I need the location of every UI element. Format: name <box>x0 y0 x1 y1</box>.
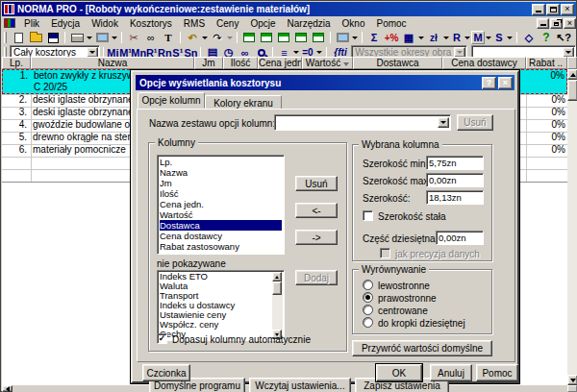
robocizna-button[interactable]: R <box>450 31 464 44</box>
link-prices-button[interactable]: ∞ <box>142 31 160 44</box>
menu-rms[interactable]: RMS <box>178 17 211 30</box>
view-kosztorys-button[interactable] <box>240 31 258 44</box>
save-button[interactable] <box>44 31 62 44</box>
materialy-dropdown[interactable] <box>485 31 492 44</box>
ok-button[interactable]: OK <box>376 364 422 381</box>
align-center-radio[interactable] <box>363 305 373 315</box>
move-right-button[interactable]: -> <box>295 230 338 245</box>
print-button[interactable] <box>68 31 86 44</box>
screen-view-dropdown[interactable] <box>351 31 359 44</box>
column-header-cena-dostawcy[interactable]: Cena dostawcy <box>442 57 526 69</box>
mdi-minimize-button[interactable] <box>537 18 549 29</box>
percent-button[interactable]: +% <box>383 31 400 44</box>
column-header-ilosc[interactable]: Ilość <box>223 57 258 69</box>
redo-dropdown[interactable] <box>226 31 234 44</box>
align-right-radio[interactable] <box>363 292 373 303</box>
app-icon[interactable] <box>4 4 14 14</box>
add-column-button[interactable]: Dodaj <box>295 270 338 285</box>
menu-okno[interactable]: Okno <box>337 17 371 30</box>
scrollbar-thumb[interactable] <box>272 282 282 295</box>
view-zestawienie-s-button[interactable] <box>310 31 327 44</box>
new-document-button[interactable] <box>10 31 27 44</box>
list-item[interactable]: Cena dostawcy <box>160 231 284 241</box>
help-button[interactable]: ? <box>538 31 555 44</box>
width-field[interactable] <box>426 190 484 205</box>
minimize-button[interactable] <box>532 4 545 15</box>
menu-plik[interactable]: Plik <box>18 17 45 30</box>
cut-button[interactable]: ✂ <box>125 31 142 44</box>
format-text-button[interactable]: T <box>160 31 177 44</box>
list-item[interactable]: Cena jedn. <box>160 199 284 209</box>
list-item-selected[interactable]: Dostawca <box>160 220 282 231</box>
robocizna-dropdown[interactable] <box>464 31 471 44</box>
list-item[interactable]: Ilość <box>160 188 284 199</box>
currency-button[interactable]: zł <box>425 31 442 44</box>
currency-dropdown[interactable] <box>442 31 450 44</box>
dialog-help-footer-button[interactable]: Pomoc <box>476 364 518 381</box>
print-dropdown[interactable] <box>86 31 93 44</box>
scrollbar-thumb[interactable] <box>567 80 577 101</box>
menu-narzedzia[interactable]: Narzędzia <box>282 17 337 30</box>
sprzet-dropdown[interactable] <box>506 31 514 44</box>
undo-dropdown[interactable] <box>201 31 209 44</box>
menu-edycja[interactable]: Edycja <box>45 17 86 30</box>
open-button[interactable] <box>27 31 44 44</box>
view-zestawienie-r-button[interactable] <box>275 31 292 44</box>
remove-set-button[interactable]: Usuń <box>457 114 493 131</box>
column-header-cena-jedn[interactable]: Cena jedn. <box>258 57 302 69</box>
list-scrollbar[interactable] <box>272 272 283 339</box>
table-grid-dropdown[interactable] <box>417 31 425 44</box>
close-button[interactable]: × <box>561 4 574 15</box>
decimal-field[interactable] <box>436 231 484 245</box>
min-width-field[interactable] <box>426 156 484 170</box>
dialog-help-button[interactable]: ? <box>482 77 496 89</box>
sprzet-button[interactable]: S <box>492 31 506 44</box>
move-left-button[interactable]: <- <box>295 203 338 218</box>
table-grid-button[interactable]: ▦ <box>400 31 417 44</box>
fixed-width-checkbox[interactable] <box>363 210 373 221</box>
redo-button[interactable]: ↷ <box>209 31 226 44</box>
scroll-down-button[interactable] <box>567 375 577 385</box>
context-help-button[interactable]: ↖? <box>555 31 572 44</box>
screen-view-button[interactable] <box>334 31 351 44</box>
list-item[interactable]: Wartość <box>160 209 284 220</box>
column-header-rabat[interactable]: Rabat .. <box>526 57 567 69</box>
scroll-up-button[interactable] <box>272 272 282 282</box>
undo-button[interactable]: ↶ <box>184 31 201 44</box>
preview-button[interactable] <box>93 31 111 44</box>
column-header-lp[interactable]: Lp. <box>2 57 31 69</box>
menu-widok[interactable]: Widok <box>86 17 124 30</box>
column-header-jm[interactable]: Jm <box>194 57 223 69</box>
materialy-button[interactable]: M <box>471 31 485 44</box>
combo-arrow-button[interactable] <box>438 117 449 128</box>
align-left-radio[interactable] <box>363 280 373 290</box>
font-button[interactable]: Czcionka <box>142 364 190 381</box>
mdi-close-button[interactable]: × <box>564 18 576 29</box>
hidden-columns-list[interactable]: Indeks ETO Waluta Transport Indeks u dos… <box>157 270 285 341</box>
vertical-scrollbar[interactable] <box>567 69 577 385</box>
sum-button[interactable]: Σ <box>365 31 383 44</box>
column-header-dostawca[interactable]: Dostawca <box>353 57 442 69</box>
max-width-field[interactable] <box>426 173 484 187</box>
scroll-left-button[interactable] <box>2 385 13 392</box>
tab-opcje-kolumn[interactable]: Opcje kolumn <box>138 92 205 109</box>
set-name-combobox[interactable] <box>274 114 451 131</box>
menu-kosztorys[interactable]: Kosztorys <box>124 17 178 30</box>
column-header-wartosc[interactable]: Wartość <box>302 57 353 69</box>
view-przedmiar-button[interactable] <box>258 31 275 44</box>
dialog-close-button[interactable]: × <box>498 77 513 89</box>
tab-kolory-ekranu[interactable]: Kolory ekranu <box>205 95 282 110</box>
menu-pomoc[interactable]: Pomoc <box>371 17 413 30</box>
autofit-checkbox[interactable]: ✓ <box>157 333 167 344</box>
remove-column-button[interactable]: Usuń <box>295 176 338 191</box>
menu-ceny[interactable]: Ceny <box>211 17 244 30</box>
shown-columns-list[interactable]: Lp. Nazwa Jm Ilość Cena jedn. Wartość Do… <box>157 155 285 255</box>
list-item[interactable]: Nazwa <box>160 167 284 178</box>
maximize-button[interactable] <box>546 4 560 15</box>
preview-dropdown[interactable] <box>111 31 118 44</box>
list-item[interactable]: Jm <box>160 178 284 188</box>
list-item[interactable]: Rabat zastosowany <box>160 241 284 252</box>
scroll-up-button[interactable] <box>567 69 577 80</box>
load-settings-button[interactable]: Wczytaj ustawienia... <box>249 378 351 392</box>
mdi-restore-button[interactable] <box>550 18 563 29</box>
